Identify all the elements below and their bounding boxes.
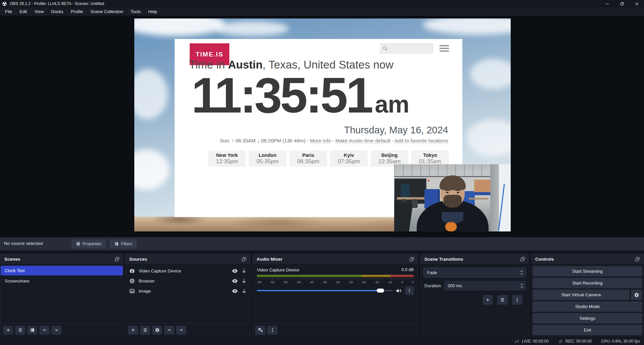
- add-transition-button[interactable]: [482, 295, 493, 305]
- move-scene-up-button[interactable]: [39, 326, 49, 335]
- scenes-panel-title: Scenes: [4, 257, 114, 262]
- dock-popout-icon[interactable]: [409, 256, 415, 262]
- menu-tools[interactable]: Tools: [127, 8, 144, 15]
- scene-transitions-header[interactable]: Scene Transitions: [420, 254, 529, 264]
- sources-panel: Sources Video Capture Device Browser Ima…: [125, 254, 250, 337]
- dock-popout-icon[interactable]: [520, 256, 525, 262]
- webcam-person-hair: [440, 175, 466, 190]
- add-scene-button[interactable]: [3, 326, 13, 335]
- move-scene-down-button[interactable]: [51, 326, 61, 335]
- menu-help[interactable]: Help: [144, 8, 161, 15]
- speaker-icon[interactable]: [396, 288, 402, 294]
- gear-icon: [76, 242, 81, 246]
- menu-scene-collection[interactable]: Scene Collection: [87, 8, 127, 15]
- scenes-toolbar: [0, 324, 123, 336]
- dock-popout-icon[interactable]: [114, 256, 120, 262]
- advanced-audio-properties-button[interactable]: [255, 326, 265, 335]
- record-off-icon: [558, 339, 563, 344]
- plus-icon: [485, 297, 490, 302]
- source-item-video-capture[interactable]: Video Capture Device: [125, 266, 250, 276]
- plus-icon: [6, 328, 11, 333]
- cloud: [467, 119, 511, 156]
- webcam-window: [499, 164, 511, 231]
- search-icon: [382, 46, 388, 51]
- transition-dropdown[interactable]: Fade: [423, 268, 526, 277]
- add-favorite-link: Add to favorite locations: [395, 138, 448, 144]
- scene-filters-button[interactable]: [27, 326, 37, 335]
- audio-meter-tick-labels: -60-55-50-45-40-35-30-25-20-15-10-50: [257, 280, 414, 284]
- webcam-person-eye: [446, 192, 449, 193]
- menu-view[interactable]: View: [31, 8, 47, 15]
- city-tile: New York12:35pm: [208, 150, 246, 167]
- remove-scene-button[interactable]: [15, 326, 25, 335]
- properties-button[interactable]: Properties: [72, 239, 106, 249]
- audio-channel-menu-button[interactable]: [405, 286, 414, 295]
- scene-item-clock-test[interactable]: Clock Test: [1, 266, 123, 275]
- dock-popout-icon[interactable]: [241, 256, 247, 262]
- exit-button[interactable]: Exit: [533, 325, 642, 335]
- menu-docks[interactable]: Docks: [47, 8, 67, 15]
- audio-mixer-menu-button[interactable]: [267, 326, 277, 335]
- settings-button[interactable]: Settings: [533, 313, 642, 324]
- audio-mixer-header[interactable]: Audio Mixer: [252, 254, 418, 264]
- source-properties-button[interactable]: [152, 326, 162, 335]
- webcam-red-light: [428, 180, 429, 181]
- move-source-down-button[interactable]: [176, 326, 186, 335]
- controls-title: Controls: [535, 257, 635, 262]
- menu-edit[interactable]: Edit: [16, 8, 31, 15]
- lock-icon[interactable]: [242, 268, 247, 273]
- remove-transition-button[interactable]: [497, 295, 508, 305]
- filters-button[interactable]: Filters: [110, 239, 137, 249]
- vertical-dots-icon: [270, 328, 275, 333]
- preview-workspace: TIME.IS Time in Austin, Texas, United St…: [0, 16, 644, 237]
- remove-source-button[interactable]: [140, 326, 150, 335]
- webcam-pillar: [490, 164, 499, 231]
- start-recording-button[interactable]: Start Recording: [533, 278, 642, 288]
- timeis-clock: 11:35:51am: [191, 69, 409, 122]
- chevron-up-icon: [520, 270, 523, 272]
- status-bar: LIVE: 00:00:00 REC: 00:00:00 CPU: 0.6%, …: [0, 338, 644, 345]
- source-item-browser[interactable]: Browser: [125, 276, 250, 286]
- duration-spinner[interactable]: [518, 281, 526, 291]
- menu-file[interactable]: File: [1, 8, 16, 15]
- start-virtual-camera-button[interactable]: Start Virtual Camera: [533, 290, 630, 300]
- source-item-image[interactable]: Image: [125, 286, 250, 296]
- duration-spinbox[interactable]: 300 ms: [444, 281, 526, 291]
- dropdown-spinner[interactable]: [517, 268, 525, 277]
- preview-canvas[interactable]: TIME.IS Time in Austin, Texas, United St…: [134, 18, 511, 231]
- volume-slider-handle[interactable]: [377, 289, 384, 293]
- sources-panel-header[interactable]: Sources: [125, 254, 250, 264]
- audio-meter-ruler: [257, 278, 414, 279]
- scenes-panel-header[interactable]: Scenes: [0, 254, 123, 264]
- audio-channel-name: Video Capture Device: [257, 267, 299, 272]
- visibility-eye-icon[interactable]: [232, 278, 238, 284]
- audio-vu-meter: [257, 275, 414, 277]
- audio-db-value: 0.0 dB: [402, 267, 414, 272]
- city-tile: Kyiv07:35pm: [330, 150, 368, 167]
- titlebar[interactable]: OBS 29.1.2 - Profile: LLHLS BETA - Scene…: [0, 0, 644, 7]
- dock-popout-icon[interactable]: [635, 256, 640, 262]
- studio-mode-button[interactable]: Studio Mode: [533, 301, 642, 312]
- volume-slider[interactable]: [257, 286, 393, 295]
- move-source-up-button[interactable]: [164, 326, 174, 335]
- controls-header[interactable]: Controls: [531, 254, 644, 264]
- close-button[interactable]: [629, 0, 644, 7]
- cpu-fps-stats: CPU: 0.6%, 30.00 fps: [601, 339, 640, 344]
- start-streaming-button[interactable]: Start Streaming: [533, 266, 642, 276]
- add-source-button[interactable]: [128, 326, 138, 335]
- restore-button[interactable]: [614, 0, 629, 7]
- lock-icon[interactable]: [242, 289, 247, 294]
- scene-item-screenshare[interactable]: Screenshare: [1, 276, 123, 286]
- duration-label: Duration: [423, 283, 444, 288]
- lock-icon[interactable]: [242, 278, 247, 284]
- webcam-person-brow: [445, 190, 450, 191]
- visibility-eye-icon[interactable]: [232, 268, 238, 274]
- trash-icon: [500, 297, 505, 302]
- cloud: [423, 18, 511, 35]
- visibility-eye-icon[interactable]: [232, 288, 238, 294]
- virtual-camera-config-button[interactable]: [631, 290, 642, 300]
- menu-profile[interactable]: Profile: [67, 8, 87, 15]
- minimize-button[interactable]: [600, 0, 614, 7]
- filters-icon: [114, 242, 119, 246]
- transition-menu-button[interactable]: [512, 295, 522, 305]
